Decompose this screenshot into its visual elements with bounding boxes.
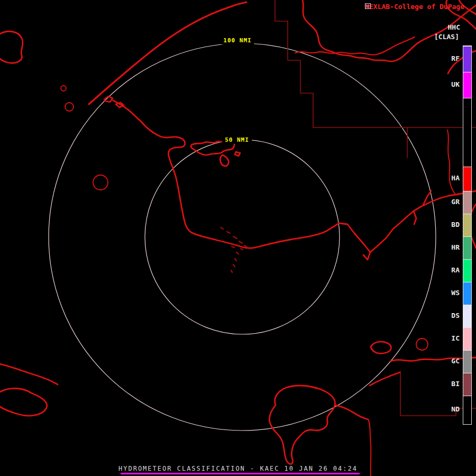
coastline-northeast — [370, 191, 476, 252]
island-path — [116, 103, 124, 107]
radar-map — [0, 0, 476, 476]
range-ring-50nmi — [145, 140, 340, 334]
coastline-branch — [414, 211, 416, 224]
legend-label-IC: IC — [451, 334, 460, 343]
coastline-main — [113, 100, 370, 260]
legend-seg-gap — [463, 98, 471, 167]
legend-seg-RA — [463, 259, 471, 282]
legend-seg-UK — [463, 72, 471, 98]
lake-circle — [61, 86, 66, 91]
legend-label-ND: ND — [451, 405, 460, 414]
legend-label-RA: RA — [451, 266, 460, 274]
brand-title: NEXLAB-College of DuPage — [365, 3, 464, 11]
legend-seg-GR — [463, 191, 471, 214]
coastline-south — [335, 405, 368, 419]
legend-seg-HA — [463, 167, 471, 191]
legend-label-GC: GC — [451, 357, 460, 365]
legend-label-WS: WS — [451, 289, 460, 297]
speck-path — [221, 227, 247, 272]
island-south-big — [269, 386, 335, 464]
legend-seg-HR — [463, 236, 471, 259]
island-specks — [221, 227, 247, 272]
legend-label-HA: HA — [451, 174, 460, 182]
range-label-50nmi: 50 NMI — [222, 136, 252, 144]
legend-label-DS: DS — [451, 312, 460, 320]
range-label-100nmi: 100 NMI — [221, 36, 254, 44]
legend-seg-ND — [463, 396, 471, 424]
legend-bar — [463, 45, 472, 425]
archipelago-path — [235, 152, 240, 156]
island-southeast-blob — [371, 342, 391, 353]
legend-seg-GC — [463, 350, 471, 373]
island-path — [104, 96, 113, 102]
legend-label-BD: BD — [451, 221, 460, 229]
legend-label-RF: RF — [451, 54, 460, 63]
legend-label-HR: HR — [451, 243, 460, 252]
archipelago-path — [220, 155, 228, 166]
river-path — [295, 37, 415, 55]
coastline-lines — [0, 0, 476, 476]
river-path — [447, 130, 455, 194]
coastline-left-lower — [0, 364, 58, 385]
brand-row: NEXLAB-College of DuPage — [365, 3, 467, 11]
coastline-left-blob — [0, 31, 23, 63]
legend-seg-WS — [463, 282, 471, 305]
footer-underline — [121, 473, 360, 474]
product-tag-label: [CLAS] — [434, 33, 459, 41]
lake-circle — [65, 103, 74, 111]
lake-outlines — [61, 86, 428, 350]
legend-seg-BI — [463, 373, 471, 396]
lake-circle — [93, 175, 108, 190]
product-code-label: HHC — [448, 23, 460, 31]
boundary-lines — [275, 0, 476, 416]
legend-label-UK: UK — [451, 80, 460, 89]
legend-seg-RF — [463, 46, 471, 72]
legend-label-BI: BI — [451, 380, 460, 388]
legend-seg-DS — [463, 305, 471, 327]
coastline-arc — [89, 2, 246, 104]
legend-seg-IC — [463, 327, 471, 350]
radar-frame: 100 NMI 50 NMI NEXLAB-College of DuPage … — [0, 0, 476, 476]
lake-circle — [416, 338, 428, 350]
legend-label-GR: GR — [451, 198, 460, 206]
coastline-left-lower-blob — [0, 388, 47, 416]
footer-title: HYDROMETEOR CLASSIFICATION - KAEC 10 JAN… — [0, 465, 476, 472]
legend-seg-BD — [463, 214, 471, 236]
